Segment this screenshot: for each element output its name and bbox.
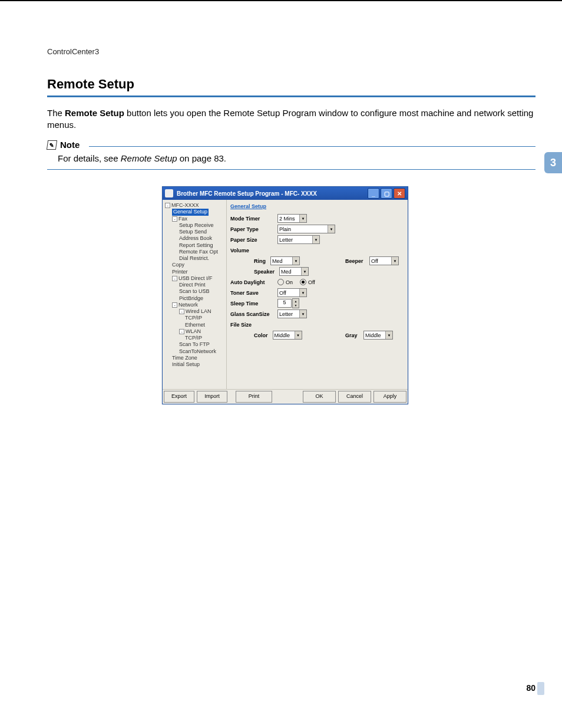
radio-icon (300, 279, 306, 285)
beeper-value: Off (371, 258, 378, 264)
tree-item[interactable]: Printer (164, 269, 225, 275)
label-mode-timer: Mode Timer (230, 216, 277, 222)
tree-item[interactable]: Initial Setup (164, 361, 225, 368)
label-auto-daylight: Auto Daylight (230, 279, 277, 285)
tree-item[interactable]: Remote Fax Opt (164, 249, 225, 255)
settings-panel: General Setup Mode Timer 2 Mins▼ Paper T… (227, 200, 408, 390)
page-number: 80 (526, 683, 535, 693)
paper-size-select[interactable]: Letter▼ (277, 235, 320, 244)
speaker-select[interactable]: Med▼ (279, 267, 309, 276)
gray-value: Middle (365, 332, 381, 338)
label-sleep-time: Sleep Time (230, 301, 277, 307)
glass-scan-select[interactable]: Letter▼ (277, 309, 307, 318)
beeper-select[interactable]: Off▼ (369, 256, 399, 265)
tree-item[interactable]: TCP/IP (164, 335, 225, 341)
apply-button[interactable]: Apply (373, 391, 406, 403)
tree-toggle-icon[interactable]: - (172, 302, 177, 308)
tree-item[interactable]: Setup Receive (164, 222, 225, 229)
paper-type-select[interactable]: Plain▼ (277, 225, 335, 233)
footer-mark (537, 682, 544, 695)
ring-select[interactable]: Med▼ (270, 256, 300, 265)
tree-item[interactable]: Scan To FTP (164, 341, 225, 348)
print-button[interactable]: Print (236, 391, 272, 403)
tree-item[interactable]: -Network (164, 302, 225, 308)
minimize-button[interactable]: _ (368, 188, 379, 199)
section-heading: Remote Setup (47, 77, 535, 97)
note-text-italic: Remote Setup (121, 153, 177, 163)
chevron-down-icon: ▼ (295, 331, 302, 339)
tree-item[interactable]: Time Zone (164, 355, 225, 361)
tree-item[interactable]: -WLAN (164, 328, 225, 335)
label-toner-save: Toner Save (230, 290, 277, 296)
radio-icon (277, 279, 284, 285)
note-text-prefix: For details, see (58, 153, 121, 163)
tree-toggle-icon[interactable]: - (172, 216, 177, 222)
tree-item[interactable]: Ethernet (164, 322, 225, 328)
speaker-value: Med (281, 269, 292, 275)
label-speaker: Speaker (254, 269, 277, 275)
maximize-button[interactable]: ▢ (381, 188, 392, 199)
tree-item-label: Fax (178, 216, 187, 222)
label-glass-scan: Glass ScanSize (230, 311, 277, 317)
stepper-buttons[interactable]: ▲▼ (292, 298, 299, 308)
intro-bold: Remote Setup (65, 108, 124, 118)
import-button[interactable]: Import (197, 391, 227, 403)
tree-item-general-setup[interactable]: General Setup (164, 209, 225, 215)
daylight-on-radio[interactable]: On (277, 279, 293, 285)
tree-item[interactable]: ScanToNetwork (164, 348, 225, 355)
tree-root[interactable]: -MFC-XXXX (164, 202, 225, 209)
tree-item[interactable]: Dial Restrict. (164, 255, 225, 262)
cancel-button[interactable]: Cancel (338, 391, 371, 403)
tree-item[interactable]: Address Book (164, 235, 225, 242)
tree-toggle-icon[interactable]: - (172, 276, 177, 281)
color-select[interactable]: Middle▼ (273, 331, 302, 340)
mode-timer-select[interactable]: 2 Mins▼ (277, 214, 307, 223)
ok-button[interactable]: OK (303, 391, 336, 403)
label-gray: Gray (345, 332, 360, 338)
titlebar: Brother MFC Remote Setup Program - MFC- … (163, 187, 408, 200)
panel-title: General Setup (230, 203, 404, 209)
ring-value: Med (272, 258, 283, 264)
tree-nav[interactable]: -MFC-XXXX General Setup -FaxSetup Receiv… (163, 200, 227, 390)
chevron-down-icon: ▼ (328, 225, 335, 233)
tree-item-label: Direct Print (179, 282, 206, 288)
tree-item[interactable]: -Fax (164, 216, 225, 222)
tree-item[interactable]: TCP/IP (164, 315, 225, 321)
tree-item-label: Printer (172, 269, 188, 275)
glass-scan-value: Letter (279, 311, 293, 317)
toner-save-select[interactable]: Off▼ (277, 288, 307, 297)
mode-timer-value: 2 Mins (279, 216, 295, 222)
tree-item[interactable]: -Wired LAN (164, 308, 225, 315)
heading-title: Remote Setup (47, 77, 535, 92)
sleep-time-stepper[interactable]: 5 ▲▼ (277, 298, 299, 308)
tree-item-label: Wired LAN (186, 308, 211, 314)
tree-item-label: Ethernet (185, 322, 205, 328)
tree-item-label: Network (178, 302, 198, 308)
note-icon: ✎ (47, 140, 57, 150)
tree-item[interactable]: Scan to USB (164, 288, 225, 295)
intro-paragraph: The Remote Setup button lets you open th… (47, 107, 535, 131)
tree-item-label: TCP/IP (185, 335, 202, 341)
tree-item[interactable]: Report Setting (164, 242, 225, 249)
daylight-off-radio[interactable]: Off (300, 279, 315, 285)
chevron-down-icon: ▼ (299, 215, 306, 222)
tree-toggle-icon[interactable]: - (179, 309, 184, 314)
gray-select[interactable]: Middle▼ (363, 331, 393, 340)
tree-toggle-icon[interactable]: - (179, 329, 184, 334)
export-button[interactable]: Export (164, 391, 194, 403)
tree-toggle-icon[interactable]: - (165, 203, 170, 208)
label-ring: Ring (254, 258, 268, 264)
tree-item-label: Address Book (179, 235, 212, 241)
note-block: ✎ Note For details, see Remote Setup on … (47, 140, 535, 170)
label-beeper: Beeper (345, 258, 366, 264)
page: ControlCenter3 Remote Setup The Remote S… (0, 0, 562, 728)
tree-item[interactable]: Direct Print (164, 282, 225, 288)
tree-item-label: PictBridge (179, 295, 203, 301)
tree-item[interactable]: PictBridge (164, 295, 225, 302)
tree-item[interactable]: Copy (164, 262, 225, 268)
tree-item[interactable]: -USB Direct I/F (164, 275, 225, 282)
close-button[interactable]: ✕ (394, 188, 405, 199)
tree-item[interactable]: Setup Send (164, 229, 225, 235)
tree-item-label: Scan to USB (179, 288, 210, 294)
chevron-down-icon: ▼ (299, 289, 306, 297)
